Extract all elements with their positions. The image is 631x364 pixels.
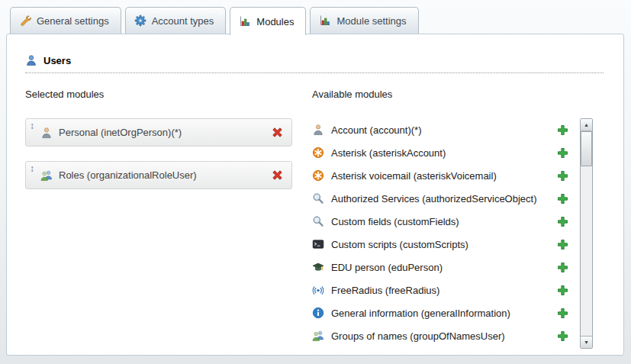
magnifier-icon (312, 215, 324, 227)
tab-module-settings[interactable]: Module settings (310, 7, 418, 34)
module-label: Asterisk voicemail (asteriskVoicemail) (331, 170, 497, 182)
chart-icon (319, 14, 331, 27)
available-module-asterisk: Asterisk (asteriskAccount) (312, 141, 568, 164)
tab-label: Modules (256, 16, 294, 27)
person-icon (312, 124, 324, 136)
module-label: Account (account)(*) (331, 124, 422, 136)
users-section-header: Users (25, 54, 604, 73)
available-modules-column: Available modules Account (account)(*) A… (312, 89, 605, 347)
modules-panel: Users Selected modules ↕ Personal (inetO… (6, 34, 624, 356)
add-module-button[interactable] (557, 147, 568, 159)
available-module-groups-of-names: Groups of names (groupOfNamesUser) (312, 324, 568, 347)
tab-general-settings[interactable]: General settings (10, 7, 121, 34)
user-icon (25, 54, 37, 66)
scroll-down-icon: ▼ (584, 340, 589, 345)
add-module-button[interactable] (557, 262, 568, 273)
tab-label: Module settings (336, 15, 406, 27)
scrollbar-track[interactable] (581, 131, 592, 336)
add-module-button[interactable] (557, 193, 568, 205)
remove-module-button[interactable] (271, 126, 284, 139)
selected-modules-column: Selected modules ↕ Personal (inetOrgPers… (25, 89, 292, 347)
module-label: Custom scripts (customScripts) (331, 239, 468, 250)
drag-handle-icon[interactable]: ↕ (30, 163, 34, 174)
graduation-icon (312, 261, 324, 273)
available-module-authorized-services: Authorized Services (authorizedServiceOb… (312, 187, 568, 210)
info-icon (312, 307, 324, 319)
magnifier-icon (312, 192, 324, 205)
add-module-button[interactable] (557, 124, 568, 136)
available-module-custom-scripts: Custom scripts (customScripts) (312, 233, 568, 256)
terminal-icon (312, 238, 324, 250)
module-label: EDU person (eduPerson) (331, 262, 443, 273)
available-module-custom-fields: Custom fields (customFields) (312, 210, 568, 233)
available-module-account: Account (account)(*) (312, 118, 568, 141)
add-module-button[interactable] (557, 170, 568, 182)
add-module-button[interactable] (557, 308, 568, 319)
asterisk-icon (312, 169, 324, 182)
group-icon (312, 330, 324, 342)
tab-account-types[interactable]: Account types (125, 7, 227, 34)
available-module-edu-person: EDU person (eduPerson) (312, 256, 568, 279)
module-label: General information (generalInformation) (331, 308, 510, 319)
asterisk-icon (312, 147, 324, 159)
add-module-button[interactable] (557, 239, 568, 250)
available-module-general-information: General information (generalInformation) (312, 301, 568, 324)
signal-icon (312, 284, 324, 296)
person-icon (40, 127, 53, 139)
add-module-button[interactable] (557, 285, 568, 296)
available-modules-heading: Available modules (312, 89, 568, 100)
tab-label: Account types (152, 15, 214, 27)
module-label: Groups of names (groupOfNamesUser) (331, 330, 505, 342)
module-columns: Selected modules ↕ Personal (inetOrgPers… (25, 89, 605, 347)
chart-icon (239, 15, 251, 27)
tools-icon (19, 14, 31, 27)
selected-modules-heading: Selected modules (25, 89, 292, 100)
section-title: Users (43, 55, 71, 66)
scroll-up-button[interactable]: ▲ (581, 119, 592, 131)
remove-module-button[interactable] (271, 169, 284, 182)
module-label: Asterisk (asteriskAccount) (331, 147, 446, 159)
tab-modules[interactable]: Modules (230, 7, 306, 35)
add-module-button[interactable] (557, 216, 568, 227)
lam-configuration-page: General settings Account types Modules M… (0, 0, 631, 364)
module-label: Personal (inetOrgPerson)(*) (59, 127, 182, 138)
module-label: Custom fields (customFields) (331, 216, 459, 227)
drag-handle-icon[interactable]: ↕ (30, 121, 34, 131)
selected-module-roles[interactable]: ↕ Roles (organizationalRoleUser) (25, 161, 292, 189)
module-label: Roles (organizationalRoleUser) (59, 169, 197, 181)
module-label: FreeRadius (freeRadius) (331, 285, 439, 296)
selected-module-personal[interactable]: ↕ Personal (inetOrgPerson)(*) (25, 118, 292, 147)
scroll-down-button[interactable]: ▼ (581, 336, 592, 348)
badge-icon (134, 14, 146, 27)
tab-bar: General settings Account types Modules M… (10, 7, 419, 35)
add-module-button[interactable] (557, 330, 568, 342)
available-module-freeradius: FreeRadius (freeRadius) (312, 279, 568, 301)
group-icon (40, 169, 53, 182)
scroll-up-icon: ▲ (584, 122, 589, 127)
scrollbar-thumb[interactable] (581, 131, 592, 166)
module-label: Authorized Services (authorizedServiceOb… (331, 193, 537, 205)
available-modules-scrollbar[interactable]: ▲ ▼ (580, 118, 593, 349)
available-module-asterisk-voicemail: Asterisk voicemail (asteriskVoicemail) (312, 164, 568, 187)
tab-label: General settings (37, 15, 109, 27)
